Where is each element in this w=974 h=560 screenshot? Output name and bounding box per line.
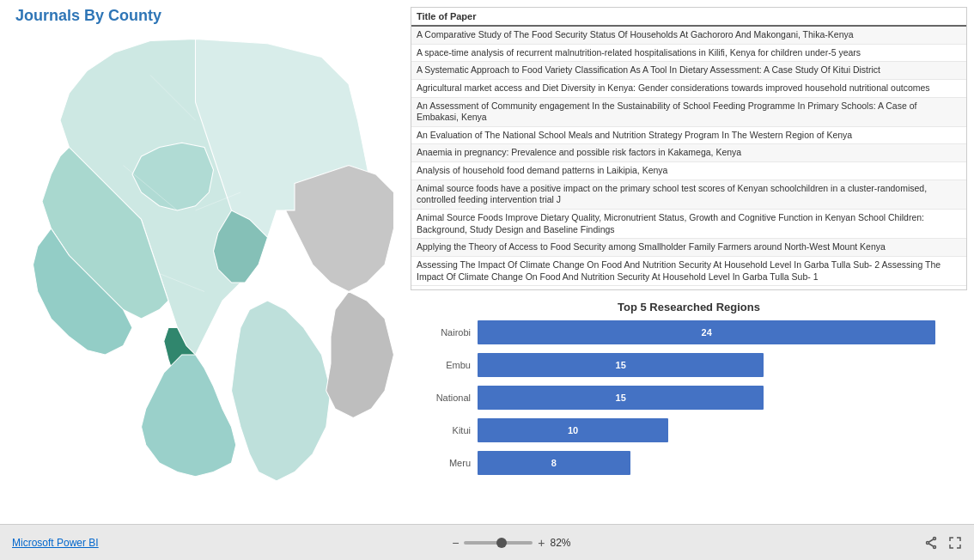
zoom-slider-thumb[interactable]	[496, 538, 507, 548]
svg-point-6	[926, 541, 928, 544]
zoom-slider[interactable]	[464, 541, 533, 545]
bar-label: Meru	[419, 458, 471, 468]
svg-point-7	[933, 545, 935, 548]
bar-row: Nairobi 24	[419, 320, 959, 344]
fullscreen-icon[interactable]	[948, 536, 962, 550]
table-row[interactable]: Applying the Theory of Access to Food Se…	[411, 239, 966, 257]
powerbi-link[interactable]: Microsoft Power BI	[12, 537, 99, 549]
bottom-icons	[924, 536, 962, 550]
bottom-bar: Microsoft Power BI − + 82%	[0, 524, 974, 560]
bar-fill: 24	[478, 320, 935, 344]
page-title: Journals By County	[7, 7, 402, 25]
bar-fill: 15	[478, 353, 764, 377]
share-icon[interactable]	[924, 536, 938, 550]
bar-label: Nairobi	[419, 327, 471, 338]
table-row[interactable]: Analysis of household food demand patter…	[411, 162, 966, 180]
chart-title: Top 5 Researched Regions	[411, 301, 967, 313]
bar-label: Embu	[419, 360, 471, 370]
zoom-plus-button[interactable]: +	[538, 536, 545, 550]
table-row[interactable]: A space-time analysis of recurrent malnu…	[411, 45, 966, 63]
table-row[interactable]: An Evaluation of The National School Mea…	[411, 127, 966, 145]
bar-row: Meru 8	[419, 451, 959, 475]
bar-track: 8	[478, 451, 959, 475]
bar-label: National	[419, 393, 471, 403]
table-row[interactable]: An Assessment of Community engagement In…	[411, 98, 966, 127]
table-row[interactable]: A Comparative Study of The Food Security…	[411, 27, 966, 45]
table-header: Title of Paper	[411, 8, 966, 27]
bar-fill: 10	[478, 418, 668, 442]
bar-fill: 8	[478, 451, 630, 475]
zoom-controls: − + 82%	[452, 536, 570, 550]
zoom-minus-button[interactable]: −	[452, 536, 459, 550]
bar-row: National 15	[419, 386, 959, 410]
bar-track: 15	[478, 386, 959, 410]
map-container[interactable]	[7, 30, 402, 517]
papers-table[interactable]: Title of Paper A Comparative Study of Th…	[411, 7, 967, 290]
table-row[interactable]: Anaemia in pregnancy: Prevalence and pos…	[411, 144, 966, 162]
bar-track: 15	[478, 353, 959, 377]
bar-track: 10	[478, 418, 959, 442]
map-section: Journals By County	[7, 7, 402, 517]
svg-point-5	[933, 537, 935, 539]
kenya-map-svg	[7, 30, 402, 517]
bar-label: Kitui	[419, 425, 471, 435]
table-row[interactable]: Animal Source Foods Improve Dietary Qual…	[411, 210, 966, 239]
bar-track: 24	[478, 320, 959, 344]
chart-section: Top 5 Researched Regions Nairobi 24 Embu…	[411, 297, 967, 517]
zoom-label: 82%	[551, 537, 571, 549]
table-row[interactable]: Animal source foods have a positive impa…	[411, 180, 966, 210]
table-body[interactable]: A Comparative Study of The Food Security…	[411, 27, 966, 286]
svg-line-9	[928, 544, 933, 546]
table-row[interactable]: A Systematic Approach to Food Variety Cl…	[411, 62, 966, 80]
svg-line-4	[214, 310, 250, 320]
bar-row: Embu 15	[419, 353, 959, 377]
bar-fill: 15	[478, 386, 764, 410]
table-row[interactable]: Assessing The Impact Of Climate Change O…	[411, 257, 966, 286]
main-content: Journals By County	[0, 0, 974, 524]
bar-chart: Nairobi 24 Embu 15 National 15 Kitui 10 …	[411, 320, 967, 475]
right-section: Title of Paper A Comparative Study of Th…	[402, 7, 967, 517]
table-row[interactable]: Agricultural market access and Diet Dive…	[411, 80, 966, 98]
bar-row: Kitui 10	[419, 418, 959, 442]
svg-line-8	[928, 539, 933, 542]
